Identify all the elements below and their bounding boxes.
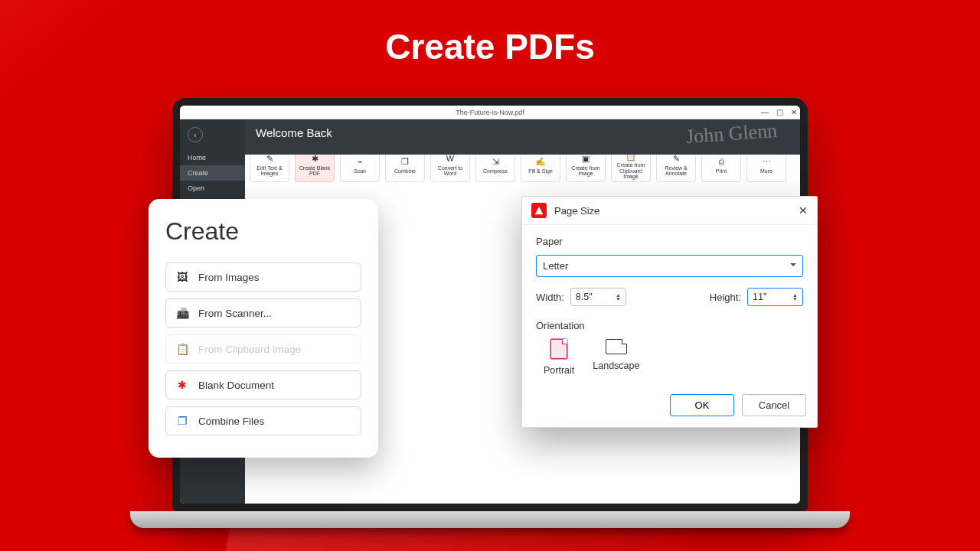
window-title: The-Future-is-Now.pdf [456,109,524,116]
create-from-images[interactable]: 🖼 From Images [165,262,361,292]
word-icon: W [446,155,454,164]
chevron-down-icon [790,260,796,272]
create-blank-document[interactable]: ✱ Blank Document [165,370,361,399]
image-file-icon: 🖼 [175,271,189,283]
orientation-portrait[interactable]: Portrait [544,339,574,376]
app-logo-icon [531,203,547,218]
combine-icon: ❐ [175,415,189,427]
spinner-arrows-icon[interactable]: ▲▼ [616,293,621,301]
blank-doc-icon: ✱ [175,379,189,391]
welcome-title: Welcome Back [256,126,332,139]
spinner-arrows-icon[interactable]: ▲▼ [792,293,798,301]
scan-icon: ⌁ [358,158,363,167]
clipboard-icon: 📋 [175,343,189,355]
back-button[interactable]: ‹ [188,127,203,142]
create-from-clipboard: 📋 From Clipboard Image [165,334,361,364]
ok-button[interactable]: OK [670,394,734,416]
create-item-label: From Scanner... [198,308,272,319]
scanner-icon: 📠 [175,307,189,319]
page-size-dialog: Page Size ✕ Paper Letter Width: 8.5" ▲▼ … [521,196,818,428]
create-from-scanner[interactable]: 📠 From Scanner... [165,298,361,328]
image-icon: ▣ [582,155,590,164]
annotate-icon: ✎ [673,155,680,164]
new-doc-icon: ✱ [312,155,318,164]
create-item-label: From Images [198,272,260,283]
more-icon: ⋯ [763,158,771,167]
orientation-section-label: Orientation [536,320,803,331]
sidebar-item-home[interactable]: Home [180,150,245,165]
combine-icon: ❐ [401,158,409,167]
hero-title: Create PDFs [0,26,980,67]
compress-icon: ⇲ [492,158,499,167]
landscape-page-icon [606,339,627,354]
portrait-label: Portrait [544,365,574,376]
print-icon: ⎙ [719,158,724,167]
edit-icon: ✎ [266,155,273,164]
window-titlebar: The-Future-is-Now.pdf — ▢ ✕ [180,106,800,119]
height-value: 11" [753,292,766,302]
create-item-label: From Clipboard Image [198,344,301,355]
cancel-button[interactable]: Cancel [742,394,806,416]
create-menu-popup: Create 🖼 From Images 📠 From Scanner... 📋… [149,199,378,458]
create-item-label: Combine Files [198,416,264,427]
dialog-close-button[interactable]: ✕ [799,204,808,217]
sign-icon: ✍ [535,158,546,167]
welcome-banner: Welcome Back John Glenn [245,119,800,155]
paper-section-label: Paper [536,236,803,247]
create-menu-title: Create [165,217,361,246]
landscape-label: Landscape [593,360,639,371]
width-label: Width: [536,292,564,303]
sidebar-item-open[interactable]: Open [180,181,245,196]
create-combine-files[interactable]: ❐ Combine Files [165,406,361,435]
dialog-title: Page Size [554,205,599,217]
paper-size-value: Letter [543,260,568,272]
signature-decoration: John Glenn [685,119,778,148]
window-close-button[interactable]: ✕ [791,108,797,116]
orientation-landscape[interactable]: Landscape [593,339,639,376]
height-label: Height: [710,292,741,303]
sidebar-item-create[interactable]: Create [180,165,245,181]
height-input[interactable]: 11" ▲▼ [747,288,803,306]
width-value: 8.5" [576,292,593,302]
window-minimize-button[interactable]: — [761,108,769,116]
paper-size-select[interactable]: Letter [536,255,803,277]
window-maximize-button[interactable]: ▢ [776,108,783,116]
width-input[interactable]: 8.5" ▲▼ [570,288,626,306]
portrait-page-icon [550,339,567,359]
create-item-label: Blank Document [198,380,274,391]
